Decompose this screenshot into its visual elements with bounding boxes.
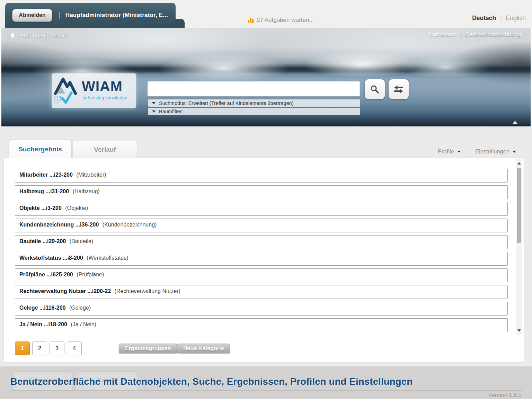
result-note: (Mitarbeiter) [76,172,106,178]
bar-chart-icon [248,18,254,23]
chevron-down-icon [457,151,461,153]
result-row[interactable]: Ja / Nein ...i18-200 (Ja / Nein) [15,318,508,332]
result-title: Kundenbezeichnung ...i36-200 [19,222,99,228]
header-banner: Aktionszeit: 14min Impressum | Datenschu… [1,28,531,126]
current-user-label: Hauptadministrator (Ministrator, E... [65,12,168,19]
search-mode-toggle[interactable]: Suchmodus: Erweitert (Treffer auf Kindel… [148,99,360,107]
search-mode-label: Suchmodus: Erweitert (Treffer auf Kindel… [159,100,293,106]
impressum-link[interactable]: Impressum [429,31,457,38]
result-title: Prüfpläne ...i625-200 [19,272,73,277]
tree-filter-toggle[interactable]: Baumfilter: [148,108,360,115]
logo-wordmark: WIAM [82,78,123,95]
separator: | [460,31,462,38]
search-button[interactable] [365,79,385,99]
user-session-tab[interactable]: Abmelden | Hauptadministrator (Ministrat… [5,3,176,28]
search-input[interactable] [147,81,360,97]
session-timer-label: Aktionszeit: 14min [20,32,68,39]
pending-tasks-label: 27 Aufgaben warten... [257,17,314,24]
result-row[interactable]: Bauteile ...i29-200 (Bauteile) [15,235,508,249]
result-row[interactable]: Halbzeug ...i31-200 (Halbzeug) [15,185,508,199]
result-row[interactable]: Prüfpläne ...i625-200 (Prüfpläne) [15,268,508,282]
logout-button[interactable]: Abmelden [12,9,52,22]
divider [10,390,522,391]
result-row[interactable]: Kundenbezeichnung ...i36-200 (Kundenbeze… [15,219,508,232]
separator: | [500,15,502,22]
result-note: (Halbzeug) [73,188,100,194]
result-title: Halbzeug ...i31-200 [19,188,69,194]
page-button[interactable]: 1 [15,342,30,355]
profile-dropdown[interactable]: Profile [438,148,461,155]
ergebnisgruppen-button[interactable]: Ergebnisgruppen [119,344,177,353]
language-switcher: Deutsch | English [472,15,526,22]
result-row[interactable]: Rechteverwaltung Nutzer ...i200-22 (Rech… [15,285,508,299]
result-note: (Werkstoffstatus) [87,255,128,261]
legal-links: Impressum | Datenschutzerklärung [429,31,521,38]
scroll-up-arrow-icon[interactable] [517,162,521,165]
result-row[interactable]: Gelege ...i116-200 (Gelege) [15,302,508,316]
result-note: (Rechteverwaltung Nutzer) [115,288,180,294]
profile-label: Profile [438,148,454,155]
result-note: (Prüfpläne) [77,272,104,277]
result-title: Werkstoffstatus ...i8-200 [19,255,83,261]
mountain-logo-icon [52,73,81,107]
page-caption: Benutzeroberfläche mit Datenobjekten, Su… [10,376,413,387]
page-button[interactable]: 2 [32,342,47,355]
result-note: (Gelege) [69,305,91,311]
chevron-down-icon [152,110,156,113]
result-note: (Ja / Nein) [71,321,96,327]
tab-suchergebnis[interactable]: Suchergebnis [9,140,72,158]
settings-label: Einstellungen [475,148,509,155]
banner-collapse-arrow-icon[interactable] [513,121,517,124]
footer-band: Formulare Export Benutzeroberfläche mit … [0,366,532,399]
scroll-down-arrow-icon[interactable] [517,329,521,332]
session-timer: Aktionszeit: 14min [10,32,68,39]
page-button[interactable]: 3 [50,342,64,355]
language-english[interactable]: English [506,15,526,22]
scrollbar-thumb[interactable] [517,168,521,243]
language-german[interactable]: Deutsch [472,15,496,22]
result-note: (Bauteile) [70,238,93,244]
bell-icon [10,33,16,38]
result-title: Objekte ...i3-200 [19,205,62,211]
magnifier-icon [370,85,380,94]
chevron-down-icon [513,151,516,153]
scrollbar[interactable] [516,159,522,335]
transfer-button[interactable] [389,79,409,99]
tab-verlauf[interactable]: Verlauf [72,141,138,158]
settings-dropdown[interactable]: Einstellungen [475,148,516,155]
pagination: 1 2 3 4 [15,342,82,355]
divider [5,29,348,29]
wiam-logo: WIAM unfreezing knowledge [52,73,136,108]
results-list: Mitarbeiter ...i23-200 (Mitarbeiter) Hal… [15,169,508,335]
result-row[interactable]: Objekte ...i3-200 (Objekte) [15,202,508,216]
result-title: Gelege ...i116-200 [19,305,65,311]
result-title: Bauteile ...i29-200 [19,238,66,244]
top-bar: Abmelden | Hauptadministrator (Ministrat… [0,0,532,28]
result-title: Rechteverwaltung Nutzer ...i200-22 [19,288,111,294]
result-row[interactable]: Mitarbeiter ...i23-200 (Mitarbeiter) [15,169,508,183]
result-title: Ja / Nein ...i18-200 [19,321,67,327]
version-label: Version 1.6.5 [488,392,522,398]
result-note: (Objekte) [65,205,88,211]
chevron-down-icon [152,102,156,104]
swap-arrows-icon [393,85,404,94]
main-area: Suchergebnis Verlauf Profile Einstellung… [0,126,532,366]
separator: | [59,11,61,20]
tree-filter-label: Baumfilter: [159,109,183,114]
result-title: Mitarbeiter ...i23-200 [19,172,73,178]
page-button[interactable]: 4 [67,342,82,355]
logo-tagline: unfreezing knowledge [82,96,127,100]
neue-kategorie-button[interactable]: Neue Kategorie [177,344,230,353]
datenschutz-link[interactable]: Datenschutzerklärung [465,31,521,38]
result-note: (Kundenbezeichnung) [103,222,157,228]
result-row[interactable]: Werkstoffstatus ...i8-200 (Werkstoffstat… [15,252,508,266]
pending-tasks-link[interactable]: 27 Aufgaben warten... [248,17,314,24]
results-panel: Mitarbeiter ...i23-200 (Mitarbeiter) Hal… [3,158,524,363]
